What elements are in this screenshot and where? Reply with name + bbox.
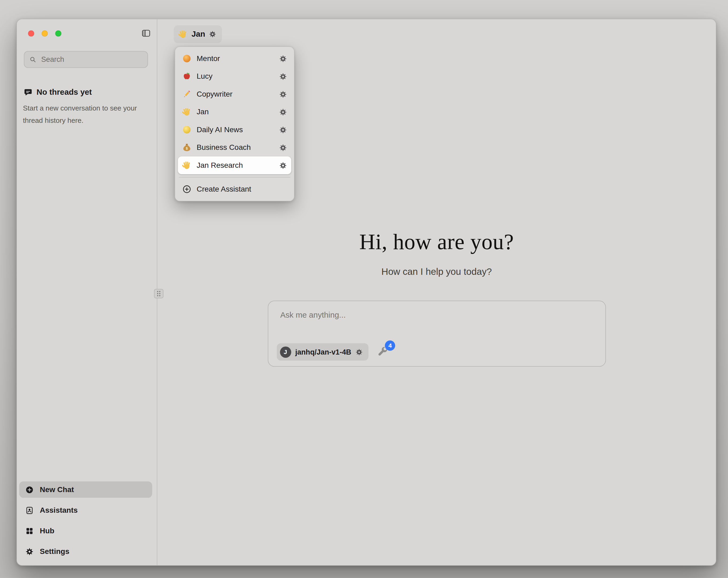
- assistant-menu-item[interactable]: Mentor: [178, 50, 291, 68]
- empty-state-title: No threads yet: [37, 87, 92, 97]
- assistant-menu-item[interactable]: Daily AI News: [178, 121, 291, 139]
- assistant-menu-item[interactable]: $Business Coach: [178, 139, 291, 156]
- assistant-menu-item[interactable]: Jan Research: [178, 156, 291, 174]
- empty-state: No threads yet Start a new conversation …: [24, 87, 147, 126]
- desktop-background: No threads yet Start a new conversation …: [0, 0, 728, 578]
- assistant-settings-icon[interactable]: [279, 90, 287, 98]
- assistant-menu-item-label: Daily AI News: [197, 126, 274, 134]
- tools-button[interactable]: 4: [377, 346, 389, 358]
- assistant-settings-icon[interactable]: [279, 55, 287, 62]
- assistant-settings-icon[interactable]: [279, 126, 287, 134]
- search-box[interactable]: [24, 51, 148, 68]
- sidebar-item-new-chat[interactable]: New Chat: [19, 481, 152, 498]
- tools-badge: 4: [385, 340, 395, 351]
- close-button[interactable]: [28, 30, 34, 37]
- zoom-button[interactable]: [55, 30, 61, 37]
- sidebar-nav: New ChatAssistantsHubSettings: [19, 481, 152, 559]
- sidebar-item-hub[interactable]: Hub: [19, 523, 152, 539]
- menu-divider: [179, 177, 290, 178]
- sidebar-item-label: Settings: [40, 547, 69, 556]
- assistant-settings-icon[interactable]: [279, 144, 287, 151]
- hub-icon: [25, 527, 34, 535]
- composer-toolbar: J janhq/Jan-v1-4B 4: [277, 343, 389, 361]
- model-settings-icon[interactable]: [356, 348, 363, 356]
- threads-icon: [24, 88, 32, 97]
- assistant-menu-item-label: Mentor: [197, 54, 274, 63]
- hand-wave-icon: [179, 29, 188, 39]
- app-window: No threads yet Start a new conversation …: [16, 19, 716, 566]
- greeting-subtitle: How can I help you today?: [382, 267, 492, 277]
- hand-wave-icon: [182, 160, 191, 170]
- sidebar-item-assistants[interactable]: Assistants: [19, 502, 152, 518]
- assistant-header-settings-icon[interactable]: [209, 30, 216, 38]
- assistant-menu-item-label: Jan: [197, 108, 274, 117]
- sidebar-item-label: Assistants: [40, 506, 78, 514]
- assistant-menu-item-label: Lucy: [197, 72, 274, 81]
- create-assistant-label: Create Assistant: [197, 185, 251, 194]
- sidebar: No threads yet Start a new conversation …: [17, 19, 157, 566]
- model-selector[interactable]: J janhq/Jan-v1-4B: [277, 343, 368, 361]
- search-icon: [29, 56, 37, 63]
- model-name: janhq/Jan-v1-4B: [295, 348, 351, 356]
- assistant-settings-icon[interactable]: [279, 161, 287, 169]
- main-area: Jan MentorLucyCopywriterJanDaily AI News…: [157, 19, 716, 566]
- assistant-menu-item-label: Business Coach: [197, 144, 274, 152]
- chat-input[interactable]: [279, 309, 594, 338]
- create-assistant-button[interactable]: Create Assistant: [178, 180, 291, 198]
- pencil-icon: [182, 90, 191, 99]
- yellow-circle-icon: [182, 125, 191, 134]
- sidebar-item-settings[interactable]: Settings: [19, 543, 152, 559]
- new-chat-icon: [25, 485, 34, 494]
- search-input[interactable]: [41, 55, 143, 64]
- assistant-settings-icon[interactable]: [279, 72, 287, 80]
- assistant-menu: MentorLucyCopywriterJanDaily AI News$Bus…: [175, 46, 294, 201]
- plus-circle-icon: [182, 185, 191, 194]
- settings-gear-icon: [25, 547, 34, 556]
- svg-text:$: $: [186, 147, 188, 150]
- chat-composer[interactable]: J janhq/Jan-v1-4B 4: [267, 301, 606, 367]
- money-bag-icon: $: [182, 143, 191, 152]
- sidebar-resize-handle[interactable]: [154, 289, 163, 298]
- minimize-button[interactable]: [42, 30, 48, 37]
- assistant-menu-item[interactable]: Jan: [178, 103, 291, 121]
- assistants-icon: [25, 506, 34, 514]
- orange-circle-icon: [182, 54, 191, 63]
- empty-state-description: Start a new conversation to see your thr…: [23, 102, 142, 126]
- assistant-selector-button[interactable]: Jan: [174, 25, 222, 43]
- welcome-section: Hi, how are you? How can I help you toda…: [157, 229, 716, 367]
- assistant-name: Jan: [191, 29, 205, 39]
- sidebar-item-label: New Chat: [40, 485, 74, 494]
- assistant-settings-icon[interactable]: [279, 108, 287, 116]
- sidebar-toggle-icon[interactable]: [141, 29, 151, 38]
- assistant-menu-item-label: Jan Research: [197, 161, 274, 170]
- apple-icon: [182, 72, 191, 81]
- hand-wave-icon: [182, 107, 191, 117]
- window-controls: [28, 30, 61, 37]
- greeting-title: Hi, how are you?: [359, 229, 514, 254]
- assistant-menu-item[interactable]: Copywriter: [178, 85, 291, 103]
- assistant-menu-list: MentorLucyCopywriterJanDaily AI News$Bus…: [178, 50, 291, 174]
- sidebar-item-label: Hub: [40, 527, 54, 535]
- model-avatar: J: [280, 346, 291, 357]
- assistant-menu-item[interactable]: Lucy: [178, 68, 291, 85]
- assistant-menu-item-label: Copywriter: [197, 90, 274, 99]
